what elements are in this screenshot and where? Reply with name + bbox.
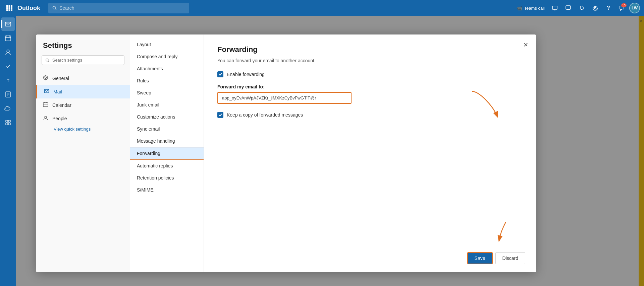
svg-rect-27: [6, 120, 8, 122]
nav-item-people[interactable]: People: [36, 112, 130, 125]
discard-button[interactable]: Discard: [495, 252, 525, 264]
feedback-button[interactable]: 13: [616, 2, 628, 14]
sidebar-item-people[interactable]: [1, 46, 15, 59]
svg-rect-0: [6, 5, 8, 7]
svg-point-9: [53, 6, 56, 9]
enable-forwarding-label: Enable forwarding: [227, 72, 265, 77]
app-name: Outlook: [17, 5, 40, 12]
svg-point-31: [46, 59, 48, 61]
settings-left-panel: Settings: [36, 34, 130, 272]
teams-call-button[interactable]: 📹 Teams call: [514, 4, 547, 12]
svg-point-39: [45, 116, 47, 118]
svg-line-32: [48, 61, 49, 62]
svg-rect-30: [8, 123, 10, 125]
svg-rect-3: [6, 7, 8, 9]
user-avatar[interactable]: LW: [629, 3, 640, 13]
svg-rect-18: [5, 36, 11, 41]
enable-forwarding-checkbox[interactable]: [217, 71, 223, 77]
svg-rect-35: [43, 103, 48, 107]
sidebar-item-store[interactable]: [1, 116, 15, 129]
arrow-annotation-2: [482, 219, 516, 245]
menu-item-attachments[interactable]: Attachments: [130, 63, 204, 75]
settings-search-box[interactable]: [42, 55, 124, 65]
menu-item-forwarding[interactable]: Forwarding: [130, 147, 204, 160]
nav-item-mail[interactable]: Mail: [36, 85, 130, 98]
people-icon: [43, 115, 48, 122]
keep-copy-label: Keep a copy of forwarded messages: [227, 112, 303, 118]
svg-rect-2: [11, 5, 12, 7]
notifications-button[interactable]: [576, 2, 588, 14]
topbar: Outlook 📹 Teams call: [0, 0, 644, 16]
sidebar-item-cloud[interactable]: [1, 102, 15, 115]
forward-input-wrapper: [217, 92, 523, 104]
enable-forwarding-row: Enable forwarding: [217, 71, 523, 77]
svg-point-16: [594, 7, 596, 9]
settings-search-input[interactable]: [52, 58, 121, 63]
menu-item-sync[interactable]: Sync email: [130, 123, 204, 135]
menu-item-auto-replies[interactable]: Automatic replies: [130, 160, 204, 172]
menu-item-junk[interactable]: Junk email: [130, 99, 204, 111]
settings-title: Settings: [36, 41, 130, 55]
forwarding-description: You can forward your email to another ac…: [217, 58, 523, 63]
mail-icon: [44, 88, 49, 95]
background-content: ✕ Settings: [16, 16, 644, 286]
sidebar-item-notes[interactable]: [1, 88, 15, 101]
svg-point-33: [45, 77, 47, 79]
search-input[interactable]: [59, 5, 185, 11]
menu-item-compose[interactable]: Compose and reply: [130, 51, 204, 63]
sidebar-item-tasks[interactable]: [1, 60, 15, 73]
app-sidebar: T: [0, 16, 16, 286]
menu-item-smime[interactable]: S/MIME: [130, 184, 204, 196]
settings-middle-panel: Layout Compose and reply Attachments Rul…: [130, 34, 204, 272]
action-buttons: Save Discard: [467, 252, 525, 264]
forward-to-section: Forward my email to:: [217, 84, 523, 104]
svg-rect-11: [552, 6, 557, 9]
save-button[interactable]: Save: [467, 252, 493, 264]
nav-item-calendar[interactable]: Calendar: [36, 98, 130, 112]
topbar-right-actions: 📹 Teams call: [514, 2, 640, 14]
menu-item-rules[interactable]: Rules: [130, 75, 204, 87]
menu-item-sweep[interactable]: Sweep: [130, 87, 204, 99]
svg-rect-1: [9, 5, 10, 7]
svg-rect-29: [6, 123, 8, 125]
svg-rect-4: [9, 7, 10, 9]
forward-to-label: Forward my email to:: [217, 84, 523, 89]
nav-item-general[interactable]: General: [36, 72, 130, 85]
sidebar-item-mail[interactable]: [1, 17, 15, 31]
menu-item-message-handling[interactable]: Message handling: [130, 135, 204, 147]
settings-dialog: Settings: [36, 34, 536, 272]
help-button[interactable]: ?: [602, 2, 614, 14]
close-dialog-button[interactable]: ✕: [521, 40, 531, 50]
settings-button[interactable]: [589, 2, 601, 14]
svg-line-10: [55, 9, 56, 10]
svg-rect-28: [8, 120, 10, 122]
forward-email-input[interactable]: [217, 92, 352, 104]
svg-rect-8: [11, 9, 12, 11]
svg-rect-23: [6, 92, 10, 97]
svg-rect-7: [9, 9, 10, 11]
keep-copy-checkbox[interactable]: [217, 112, 223, 118]
svg-rect-6: [6, 9, 8, 11]
main-layout: T ✕: [0, 16, 644, 286]
forwarding-title: Forwarding: [217, 45, 523, 54]
waffle-menu-button[interactable]: [4, 3, 15, 13]
menu-item-retention[interactable]: Retention policies: [130, 172, 204, 184]
calendar-icon: [43, 102, 48, 109]
keep-copy-row: Keep a copy of forwarded messages: [217, 112, 523, 118]
general-icon: [43, 75, 48, 82]
screen-share-button[interactable]: [549, 2, 561, 14]
settings-modal-overlay: Settings: [16, 16, 644, 286]
svg-point-22: [7, 50, 9, 53]
menu-item-layout[interactable]: Layout: [130, 39, 204, 51]
menu-item-customize[interactable]: Customize actions: [130, 111, 204, 123]
chat-button[interactable]: [562, 2, 574, 14]
feedback-badge: 13: [621, 3, 627, 7]
svg-rect-5: [11, 7, 12, 9]
view-quick-settings-link[interactable]: View quick settings: [36, 125, 130, 133]
sidebar-item-teams[interactable]: T: [1, 74, 15, 87]
svg-rect-14: [566, 6, 571, 9]
video-icon: 📹: [517, 6, 522, 11]
settings-main-content: Forwarding You can forward your email to…: [204, 34, 536, 272]
global-search-bar[interactable]: [48, 3, 189, 13]
sidebar-item-calendar[interactable]: [1, 31, 15, 45]
